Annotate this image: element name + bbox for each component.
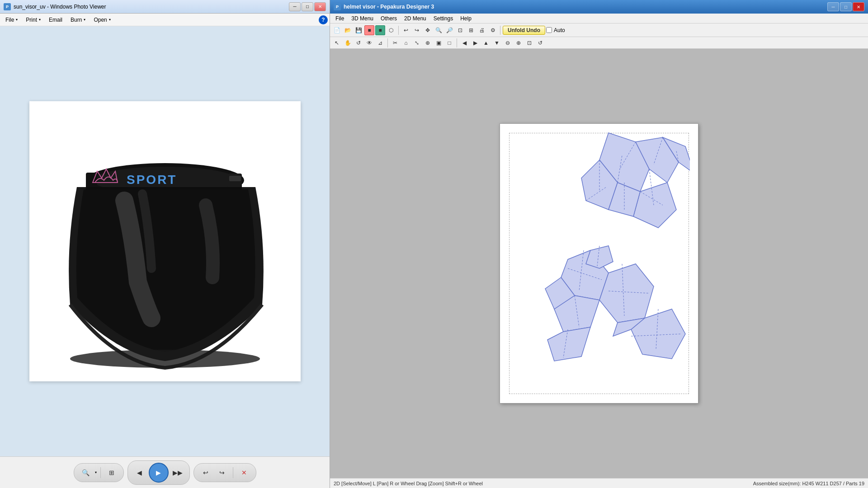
pep-tb2-hand[interactable]: ✋ (343, 38, 353, 48)
pv-content-area: SPORT (0, 26, 330, 456)
pv-toolbar: 🔍 ▾ ⊞ ◀ ▶ ▶▶ ↩ ↪ ✕ (0, 456, 330, 488)
pep-tb-open[interactable]: 📂 (343, 25, 353, 35)
pv-prev-button[interactable]: ◀ (132, 465, 147, 480)
open-menu-arrow: ▾ (109, 18, 111, 22)
photo-viewer-window: P sun_visor_uv - Windows Photo Viewer ─ … (0, 0, 330, 488)
pv-menu-print[interactable]: Print ▾ (22, 15, 44, 24)
pep-tb2-snap[interactable]: ⊕ (423, 38, 433, 48)
pep-titlebar-controls: ─ □ ✕ (827, 2, 864, 11)
svg-point-7 (70, 350, 260, 368)
pep-auto-checkbox[interactable] (546, 27, 552, 33)
tb1-sep1 (398, 26, 399, 35)
pep-tb-undo[interactable]: ↩ (401, 25, 411, 35)
pep-menu-settings[interactable]: Settings (430, 14, 457, 23)
pep-tb2-fold[interactable]: ⌂ (401, 38, 411, 48)
pv-next-button[interactable]: ▶▶ (170, 465, 185, 480)
pep-unfold-undo-button[interactable]: Unfold Undo (503, 26, 545, 35)
pep-tb2-edge[interactable]: ⊿ (375, 38, 385, 48)
pv-menu-email[interactable]: Email (45, 15, 66, 24)
pep-canvas-area (330, 49, 868, 478)
pep-tb-grid[interactable]: ⊞ (466, 25, 476, 35)
pv-separator-1 (100, 467, 101, 478)
pv-image-frame: SPORT (29, 101, 301, 381)
pep-tb2-down[interactable]: ▼ (492, 38, 502, 48)
pep-status-left: 2D [Select/Move] L [Pan] R or Wheel Drag… (334, 481, 753, 486)
pep-tb2-right[interactable]: ▶ (470, 38, 480, 48)
pep-status-right: Assembled size(mm): H245 W211 D257 / Par… (753, 481, 864, 486)
pep-menubar: File 3D Menu Others 2D Menu Settings Hel… (330, 14, 868, 23)
burn-menu-arrow: ▾ (84, 18, 85, 22)
pep-tb2-rotate[interactable]: ↺ (354, 38, 363, 48)
pep-tb-color2[interactable]: ■ (375, 25, 385, 35)
pv-help-button[interactable]: ? (319, 15, 328, 24)
pv-titlebar-controls: ─ □ ✕ (289, 2, 326, 11)
pv-redo-button[interactable]: ↪ (215, 465, 229, 480)
pep-tb-save[interactable]: 💾 (354, 25, 363, 35)
pv-undo-button[interactable]: ↩ (198, 465, 213, 480)
pep-maximize-button[interactable]: □ (840, 2, 852, 11)
svg-text:SPORT: SPORT (127, 173, 177, 187)
file-menu-arrow: ▾ (16, 18, 18, 22)
pep-tb2-fit2[interactable]: ⊡ (524, 38, 534, 48)
pep-tb2-zoom2[interactable]: ⊕ (514, 38, 524, 48)
tb2-sep2 (457, 38, 457, 47)
pep-title: helmet visor - Pepakura Designer 3 (344, 4, 434, 10)
pep-menu-others[interactable]: Others (377, 14, 401, 23)
pep-tb-color1[interactable]: ■ (364, 25, 374, 35)
tb1-sep2 (500, 26, 500, 35)
pv-close-button[interactable]: ✕ (314, 2, 326, 11)
pv-fit-button[interactable]: ⊞ (104, 465, 119, 480)
pep-close-button[interactable]: ✕ (853, 2, 864, 11)
pv-titlebar-left: P sun_visor_uv - Windows Photo Viewer (4, 3, 106, 10)
pep-tb2-reset[interactable]: ↺ (535, 38, 545, 48)
pep-menu-3d[interactable]: 3D Menu (348, 14, 377, 23)
pv-menu-burn[interactable]: Burn ▾ (67, 15, 89, 24)
pv-menu-open[interactable]: Open ▾ (90, 15, 114, 24)
pep-toolbar1: 📄 📂 💾 ■ ■ ⬡ ↩ ↪ ✥ 🔍 🔎 ⊡ ⊞ 🖨 ⚙ Unfold Und… (330, 23, 868, 37)
pv-toolbar-group-nav: ◀ ▶ ▶▶ (127, 460, 190, 485)
pep-tb2-cut[interactable]: ✂ (390, 38, 400, 48)
pv-play-button[interactable]: ▶ (149, 463, 169, 483)
pv-titlebar: P sun_visor_uv - Windows Photo Viewer ─ … (0, 0, 330, 14)
visor-image: SPORT (34, 110, 296, 372)
pep-tb2-show[interactable]: 👁 (364, 38, 374, 48)
pep-tb-move[interactable]: ✥ (423, 25, 433, 35)
pep-minimize-button[interactable]: ─ (827, 2, 839, 11)
pep-auto-label: Auto (554, 27, 565, 33)
pv-toolbar-group-edit: ↩ ↪ ✕ (193, 463, 256, 482)
pep-tb-redo[interactable]: ↪ (412, 25, 422, 35)
pep-tb-zoom-out[interactable]: 🔎 (444, 25, 454, 35)
pep-pattern-svg (509, 128, 690, 390)
pep-tb-settings[interactable]: ⚙ (488, 25, 498, 35)
svg-marker-35 (586, 246, 613, 268)
pep-tb2-left[interactable]: ◀ (459, 38, 469, 48)
pep-tb-new[interactable]: 📄 (332, 25, 342, 35)
pep-tb2-scale[interactable]: ⤡ (412, 38, 422, 48)
svg-rect-4 (229, 176, 241, 181)
pep-tb2-up[interactable]: ▲ (481, 38, 491, 48)
pep-statusbar: 2D [Select/Move] L [Pan] R or Wheel Drag… (330, 478, 868, 488)
pv-toolbar-group-zoom: 🔍 ▾ ⊞ (74, 463, 124, 482)
pep-menu-file[interactable]: File (332, 14, 348, 23)
pep-tb-3d[interactable]: ⬡ (386, 25, 396, 35)
pep-tb2-ungroup[interactable]: □ (444, 38, 454, 48)
pep-tb2-zoom[interactable]: ⊖ (503, 38, 513, 48)
pep-tb-fit[interactable]: ⊡ (455, 25, 465, 35)
pep-tb2-group[interactable]: ▣ (434, 38, 443, 48)
pv-menubar: File ▾ Print ▾ Email Burn ▾ Open ▾ ? (0, 14, 330, 26)
pep-tb-print[interactable]: 🖨 (477, 25, 487, 35)
pv-app-icon: P (4, 3, 11, 10)
pep-tb-zoom-in[interactable]: 🔍 (434, 25, 443, 35)
pep-tb2-select[interactable]: ↖ (332, 38, 342, 48)
pv-zoom-button[interactable]: 🔍 (79, 465, 93, 480)
pep-menu-2d[interactable]: 2D Menu (401, 14, 430, 23)
print-menu-arrow: ▾ (39, 18, 41, 22)
pv-title: sun_visor_uv - Windows Photo Viewer (14, 4, 106, 10)
pv-delete-button[interactable]: ✕ (237, 465, 251, 480)
pv-minimize-button[interactable]: ─ (289, 2, 301, 11)
pv-menu-file[interactable]: File ▾ (2, 15, 21, 24)
pep-auto-checkbox-group: Auto (546, 27, 565, 33)
tb2-sep1 (387, 38, 388, 47)
pep-menu-help[interactable]: Help (457, 14, 475, 23)
pv-maximize-button[interactable]: □ (302, 2, 313, 11)
